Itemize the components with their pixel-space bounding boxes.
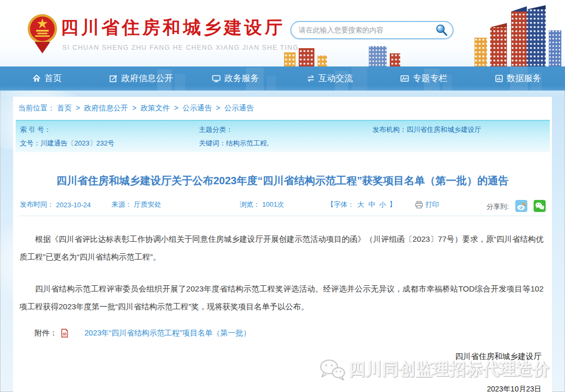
gov-service-icon [212,74,221,83]
document-meta-box: 索 引 号： 主题分类： 发布机构：四川省住房和城乡建设厅 文号：川建通告〔20… [16,120,550,152]
site-header: 四川省住房和城乡建设厅 SI CHUAN SHENG ZHU FANG HE C… [0,0,565,66]
meta-topic-category: 主题分类： [199,125,372,135]
data-service-icon [495,74,503,83]
article-body: 根据《四川省评比达标表彰工作协调小组关于同意住房城乡建设厅开展创建示范活动项目的… [13,230,552,316]
watermark-text: 四川同创监理招标代理造价 [349,359,550,380]
topics-icon [400,74,409,83]
article-title: 四川省住房和城乡建设厅关于公布2023年度“四川省结构示范工程”获奖项目名单（第… [13,174,552,188]
nav-item-data-service[interactable]: 数据服务 [471,66,565,91]
national-emblem-logo [27,12,58,54]
nav-item-topics[interactable]: 专题专栏 [377,66,471,91]
buildings-illustration-small [281,45,412,66]
info-disclosure-icon [109,74,118,83]
nav-item-info-disclosure[interactable]: 政府信息公开 [94,66,188,91]
paragraph-2: 四川省结构示范工程评审委员会组织开展了2023年度省结构示范工程奖评选活动。经评… [19,280,544,316]
share-weibo-button[interactable] [515,200,527,214]
print-button[interactable]: 打印 [415,200,439,209]
breadcrumb-link-home[interactable]: 首页 [57,104,72,112]
weibo-icon [515,200,527,212]
site-title: 四川省住房和城乡建设厅 [61,16,285,40]
publish-time: 发布时间：2023-10-24 [20,200,91,209]
publication-date: 2023年10月23日 [13,385,552,392]
breadcrumb-label: 当前位置： [18,104,55,112]
wechat-icon [534,200,546,212]
breadcrumb-separator: > [132,104,137,112]
search-icon [435,24,448,37]
breadcrumb: 当前位置： 首页 > 政府信息公开 > 政策文件 > 公示通告 > 公示通告 [13,97,552,118]
share-label: 分享到: [487,202,509,211]
breadcrumb-separator: > [174,104,178,112]
breadcrumb-separator: > [216,104,220,112]
search-box [290,21,454,39]
main-navigation: 首页 政府信息公开 政务服务 互动交流 专题专栏 数据服务 [0,66,565,91]
attachment-link[interactable]: 2023年“四川省结构示范工程”项目名单（第一批） [58,328,251,338]
nav-item-gov-service[interactable]: 政务服务 [188,66,282,91]
paragraph-1: 根据《四川省评比达标表彰工作协调小组关于同意住房城乡建设厅开展创建示范活动项目的… [19,230,544,266]
meta-index-number: 索 引 号： [20,125,199,135]
nav-item-label: 互动交流 [319,73,353,84]
meta-keywords: 关键词：结构示范工程, [199,139,372,148]
breadcrumb-separator: > [76,104,80,112]
font-size-medium[interactable]: 中 [368,200,375,209]
article-footer: 四川省住房和城乡建设厅 四川同创监理招标代理造价 2023年10月23日 [13,352,552,392]
nav-item-label: 专题专栏 [413,73,447,84]
share-wechat-button[interactable] [534,200,546,214]
font-size-widget: 【字体： 大 中 小 】 [327,200,396,209]
nav-item-label: 政务服务 [224,73,259,84]
home-icon [32,74,41,83]
attachment-label: 附件： [19,328,58,338]
article-meta-row: 发布时间：2023-10-24 来源：厅质安处 浏览：1001次 【字体： 大 … [13,200,552,210]
meta-doc-number: 文号：川建通告〔2023〕232号 [20,139,199,148]
view-count: 浏览：1001次 [240,200,284,209]
buildings-illustration-large [467,4,564,66]
nav-item-home[interactable]: 首页 [0,66,94,91]
meta-divider [18,216,547,216]
content-card: 当前位置： 首页 > 政府信息公开 > 政策文件 > 公示通告 > 公示通告 索… [13,97,552,392]
search-button[interactable] [434,23,449,38]
nav-item-label: 首页 [44,73,62,84]
attachment-row: 附件： 2023年“四川省结构示范工程”项目名单（第一批） [13,328,552,338]
interaction-icon [307,74,315,83]
search-input[interactable] [299,26,434,34]
nav-item-interaction[interactable]: 互动交流 [282,66,377,91]
printer-icon [415,201,423,209]
breadcrumb-link-policy-files[interactable]: 政策文件 [141,104,170,112]
breadcrumb-link-notices-2[interactable]: 公示通告 [224,104,254,112]
nav-item-label: 政府信息公开 [121,73,173,84]
issuing-agency: 四川省住房和城乡建设厅 [13,352,552,362]
meta-publisher: 发布机构：四川省住房和城乡建设厅 [372,125,546,135]
article-source: 来源：厅质安处 [111,200,161,209]
nav-item-label: 数据服务 [507,73,541,84]
font-size-small[interactable]: 小 [379,200,386,209]
site-title-pinyin: SI CHUAN SHENG ZHU FANG HE CHENG XIANG J… [62,44,299,51]
font-size-large[interactable]: 大 [357,200,364,209]
pdf-file-icon [61,329,69,338]
share-widget: 分享到: [487,200,546,214]
breadcrumb-link-notices[interactable]: 公示通告 [183,104,212,112]
breadcrumb-link-info-disclosure[interactable]: 政府信息公开 [84,104,128,112]
